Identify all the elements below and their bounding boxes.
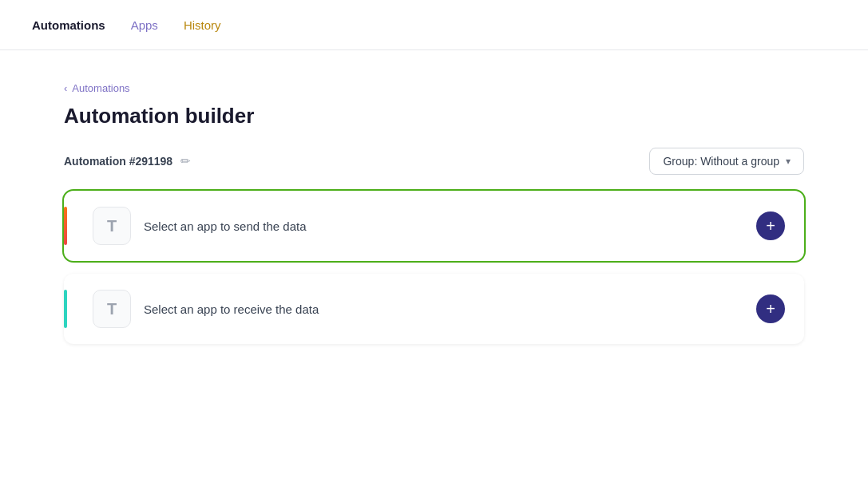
app-icon-letter-receive: T: [107, 300, 117, 318]
automation-id-area: Automation #291198 ✏: [64, 154, 191, 168]
automation-id: Automation #291198: [64, 155, 172, 168]
group-dropdown[interactable]: Group: Without a group ▾: [649, 148, 804, 175]
meta-row: Automation #291198 ✏ Group: Without a gr…: [64, 148, 804, 175]
nav-history[interactable]: History: [171, 0, 234, 50]
nav-automations[interactable]: Automations: [19, 0, 118, 50]
send-card-label: Select an app to send the data: [144, 219, 743, 233]
nav-apps[interactable]: Apps: [118, 0, 171, 50]
edit-icon[interactable]: ✏: [180, 154, 191, 168]
breadcrumb[interactable]: ‹ Automations: [64, 82, 804, 94]
card-bar-teal: [64, 290, 67, 328]
add-send-app-button[interactable]: +: [756, 211, 785, 240]
app-icon-letter-send: T: [107, 217, 117, 235]
plus-icon-receive: +: [766, 301, 775, 317]
cards-area: T Select an app to send the data + T Sel…: [64, 191, 804, 344]
receive-card-label: Select an app to receive the data: [144, 302, 743, 316]
page-title: Automation builder: [64, 104, 804, 128]
app-icon-box-send: T: [93, 207, 131, 245]
main-content: ‹ Automations Automation builder Automat…: [0, 50, 868, 376]
send-app-card[interactable]: T Select an app to send the data +: [64, 191, 804, 261]
breadcrumb-chevron-icon: ‹: [64, 82, 67, 94]
plus-icon-send: +: [766, 218, 775, 234]
breadcrumb-label: Automations: [72, 82, 129, 94]
chevron-down-icon: ▾: [786, 156, 791, 167]
top-nav: Automations Apps History: [0, 0, 868, 50]
add-receive-app-button[interactable]: +: [756, 294, 785, 323]
card-bar-orange: [64, 207, 67, 245]
receive-app-card[interactable]: T Select an app to receive the data +: [64, 274, 804, 344]
group-dropdown-label: Group: Without a group: [663, 155, 779, 168]
app-icon-box-receive: T: [93, 290, 131, 328]
